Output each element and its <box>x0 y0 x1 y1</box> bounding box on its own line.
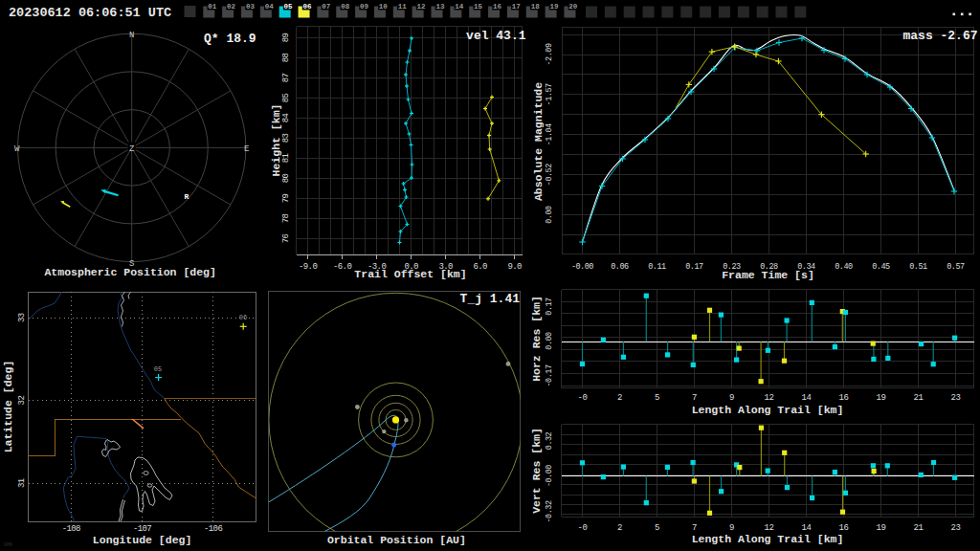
svg-text:GMN: GMN <box>4 542 12 548</box>
svg-text:0.00: 0.00 <box>545 206 554 224</box>
svg-text:79: 79 <box>281 193 291 203</box>
svg-text:-107: -107 <box>133 524 151 534</box>
svg-text:Z: Z <box>129 144 135 154</box>
svg-text:0.17: 0.17 <box>545 298 554 316</box>
svg-text:16: 16 <box>493 3 502 11</box>
svg-text:-106: -106 <box>204 524 222 534</box>
svg-text:20: 20 <box>568 3 578 11</box>
svg-text:88: 88 <box>281 53 291 62</box>
svg-text:0.06: 0.06 <box>611 262 629 272</box>
svg-text:9: 9 <box>729 393 734 403</box>
svg-text:19: 19 <box>877 523 886 533</box>
svg-text:5: 5 <box>655 523 659 533</box>
svg-text:23: 23 <box>951 523 961 533</box>
svg-text:0.17: 0.17 <box>685 262 703 272</box>
svg-text:20230612 06:06:51 UTC: 20230612 06:06:51 UTC <box>9 6 171 20</box>
svg-text:06: 06 <box>239 314 247 321</box>
svg-text:Length Along Trail [km]: Length Along Trail [km] <box>692 533 844 545</box>
svg-text:Frame Time [s]: Frame Time [s] <box>722 269 814 281</box>
svg-text:2: 2 <box>617 393 622 403</box>
svg-text:14: 14 <box>455 3 464 11</box>
svg-text:0.32: 0.32 <box>545 431 554 450</box>
svg-text:06: 06 <box>302 3 312 11</box>
svg-text:E: E <box>244 144 249 154</box>
svg-text:0.40: 0.40 <box>835 262 853 272</box>
svg-text:87: 87 <box>281 73 291 82</box>
svg-text:08: 08 <box>341 3 350 11</box>
svg-text:05: 05 <box>154 365 162 373</box>
svg-text:13: 13 <box>435 3 445 11</box>
svg-text:-0: -0 <box>578 523 588 533</box>
svg-text:W: W <box>14 144 20 154</box>
svg-text:-0.00: -0.00 <box>545 465 554 487</box>
svg-text:Orbital Position [AU]: Orbital Position [AU] <box>327 534 466 546</box>
svg-text:Length Along Trail [km]: Length Along Trail [km] <box>692 404 844 416</box>
svg-text:05: 05 <box>284 3 294 11</box>
svg-text:Trail Offset [km]: Trail Offset [km] <box>354 268 466 280</box>
svg-text:-0.17: -0.17 <box>545 364 554 386</box>
svg-text:Longitude [deg]: Longitude [deg] <box>93 534 192 546</box>
svg-text:14: 14 <box>802 523 812 533</box>
svg-text:6.0: 6.0 <box>473 262 487 272</box>
svg-text:15: 15 <box>474 3 483 11</box>
svg-text:Height [km]: Height [km] <box>270 104 282 177</box>
svg-text:07: 07 <box>322 3 330 11</box>
svg-text:31: 31 <box>17 478 27 488</box>
svg-text:80: 80 <box>281 173 291 183</box>
svg-text:0.57: 0.57 <box>947 262 965 272</box>
svg-text:-0.52: -0.52 <box>545 164 554 186</box>
svg-text:32: 32 <box>17 396 27 406</box>
svg-text:12: 12 <box>417 3 427 11</box>
svg-text:19: 19 <box>877 393 886 403</box>
svg-text:33: 33 <box>17 313 27 322</box>
svg-text:12: 12 <box>765 523 774 533</box>
svg-text:85: 85 <box>281 93 291 102</box>
svg-text:7: 7 <box>692 523 697 533</box>
svg-text:Q* 18.9: Q* 18.9 <box>204 32 256 46</box>
svg-text:81: 81 <box>281 153 291 163</box>
svg-text:14: 14 <box>802 393 812 403</box>
svg-text:16: 16 <box>839 523 849 533</box>
svg-text:Latitude [deg]: Latitude [deg] <box>2 361 14 453</box>
svg-text:0.51: 0.51 <box>909 262 927 272</box>
svg-text:Vert Res [km]: Vert Res [km] <box>530 428 543 514</box>
svg-text:Horz Res [km]: Horz Res [km] <box>530 296 543 382</box>
svg-text:78: 78 <box>281 213 291 223</box>
svg-text:04: 04 <box>265 3 275 11</box>
svg-text:23: 23 <box>951 393 961 403</box>
svg-text:18: 18 <box>531 3 541 11</box>
svg-text:0.00: 0.00 <box>545 332 554 350</box>
svg-text:N: N <box>129 31 134 40</box>
svg-text:T_j 1.41: T_j 1.41 <box>460 292 521 306</box>
svg-text:-1.04: -1.04 <box>545 123 554 145</box>
svg-text:0.45: 0.45 <box>872 262 890 272</box>
svg-text:-1.57: -1.57 <box>545 83 554 105</box>
svg-text:09: 09 <box>360 3 369 11</box>
svg-text:mass -2.67: mass -2.67 <box>902 29 977 43</box>
svg-text:-2.09: -2.09 <box>545 43 554 65</box>
svg-text:Absolute Magnitude: Absolute Magnitude <box>532 82 545 201</box>
svg-text:11: 11 <box>398 3 408 11</box>
svg-text:16: 16 <box>839 393 849 403</box>
svg-text:-0.00: -0.00 <box>571 262 593 272</box>
svg-text:7: 7 <box>692 393 697 403</box>
svg-text:17: 17 <box>512 3 521 11</box>
svg-text:-0: -0 <box>578 393 588 403</box>
svg-text:-9.0: -9.0 <box>299 262 317 272</box>
svg-text:9.0: 9.0 <box>507 262 522 272</box>
svg-text:19: 19 <box>549 3 559 11</box>
svg-text:21: 21 <box>914 523 924 533</box>
svg-text:vel 43.1: vel 43.1 <box>466 29 526 43</box>
svg-text:76: 76 <box>281 234 291 244</box>
svg-text:-108: -108 <box>62 524 80 534</box>
svg-text:2: 2 <box>617 523 622 533</box>
svg-text:-6.0: -6.0 <box>333 262 351 272</box>
svg-text:84: 84 <box>281 113 291 122</box>
svg-text:03: 03 <box>246 3 256 11</box>
svg-text:89: 89 <box>281 33 291 42</box>
svg-text:5: 5 <box>655 393 659 403</box>
svg-text:0.11: 0.11 <box>648 262 666 272</box>
svg-text:83: 83 <box>281 133 291 143</box>
svg-text:10: 10 <box>379 3 389 11</box>
svg-text:Atmospheric Position [deg]: Atmospheric Position [deg] <box>44 266 215 278</box>
